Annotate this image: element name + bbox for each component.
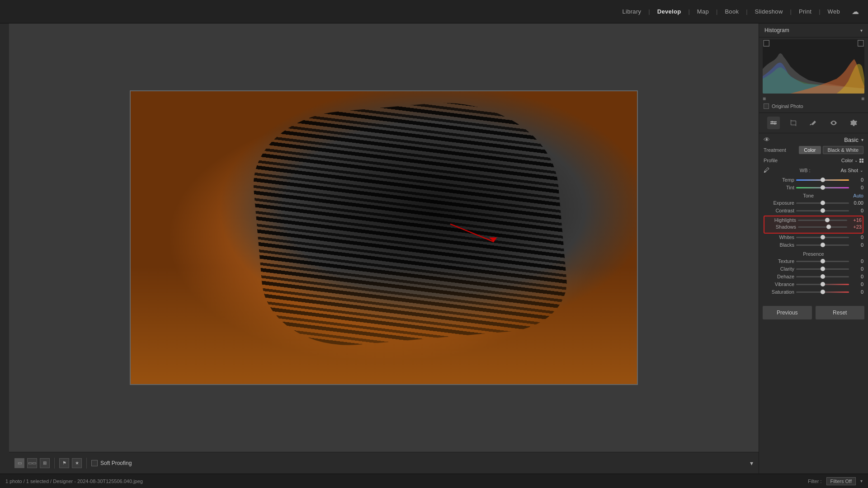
highlights-label: Highlights [765,217,796,223]
temp-slider-thumb[interactable] [821,178,825,182]
tint-slider-thumb[interactable] [821,185,825,190]
original-photo-checkbox[interactable] [764,103,769,109]
temp-label: Temp [764,177,794,183]
saturation-slider-track[interactable] [796,291,849,293]
nav-develop[interactable]: Develop [653,5,686,18]
section-eye-icon[interactable]: 👁 [764,136,770,143]
filter-dropdown-icon[interactable]: ▾ [860,479,863,483]
contrast-slider-row: Contrast 0 [764,208,863,213]
exposure-slider-row: Exposure 0.00 [764,200,863,206]
tool-basic[interactable] [767,117,780,129]
toolbar-view-survey[interactable]: ⊞ [40,458,50,468]
clarity-slider-row: Clarity 0 [764,266,863,272]
texture-slider-track[interactable] [796,261,849,262]
nav-book[interactable]: Book [720,5,743,18]
profile-value-group[interactable]: Color ⌄ [841,158,863,163]
dehaze-slider-track[interactable] [796,276,849,277]
treatment-buttons: Color Black & White [799,146,863,154]
presence-header: Presence [764,251,863,257]
shadows-slider-row: Shadows +23 [765,224,862,230]
whites-slider-track[interactable] [796,237,849,238]
exposure-slider-thumb[interactable] [821,201,825,205]
toolbar-view-compare[interactable]: ▭▭ [27,458,37,468]
filter-label: Filter : [808,479,822,484]
nav-print[interactable]: Print [794,5,816,18]
tool-eye[interactable] [827,117,840,129]
toolbar-expand[interactable]: ▾ [750,460,753,467]
histogram-markers: ◼ ◼ [759,95,868,102]
center-area: ▭ ▭▭ ⊞ ⚑ ★ Soft Proofing ▾ [9,23,759,474]
blacks-slider-track[interactable] [796,244,849,246]
vibrance-slider-thumb[interactable] [821,282,825,286]
nav-web[interactable]: Web [823,5,844,18]
texture-slider-thumb[interactable] [821,259,825,263]
treatment-label: Treatment [764,147,786,153]
previous-button[interactable]: Previous [763,306,812,319]
filter-value[interactable]: Filters Off [826,477,856,485]
status-right: Filter : Filters Off ▾ [808,477,863,485]
nav-slideshow[interactable]: Slideshow [750,5,788,18]
tone-label: Tone [764,193,853,198]
clarity-slider-thumb[interactable] [821,267,825,271]
tint-value: 0 [851,185,863,190]
status-bar: 1 photo / 1 selected / Designer - 2024-0… [0,474,868,488]
shadows-slider-track[interactable] [798,226,847,228]
nav-map[interactable]: Map [693,5,713,18]
shadows-value: +23 [849,224,862,230]
contrast-slider-track[interactable] [796,210,849,211]
soft-proofing-label: Soft Proofing [100,460,132,466]
toolbar-separator-1 [54,458,55,469]
highlights-slider-thumb[interactable] [825,218,830,222]
highlights-slider-track[interactable] [798,220,847,221]
saturation-slider-thumb[interactable] [821,290,825,294]
reset-button[interactable]: Reset [816,306,865,319]
wb-row: 🖊 WB : As Shot ⌄ [764,167,863,174]
contrast-value: 0 [851,208,863,213]
nav-library[interactable]: Library [618,5,646,18]
basic-section-title: Basic ▾ [844,136,863,143]
tool-crop[interactable] [787,117,800,129]
treatment-color-btn[interactable]: Color [799,146,821,154]
svg-marker-1 [489,238,497,242]
saturation-slider-row: Saturation 0 [764,289,863,295]
dehaze-slider-row: Dehaze 0 [764,274,863,279]
contrast-slider-thumb[interactable] [821,208,825,213]
blacks-slider-row: Blacks 0 [764,242,863,248]
basic-chevron[interactable]: ▾ [861,137,863,142]
cloud-icon: ☁ [852,7,859,16]
wb-value-group[interactable]: As Shot ⌄ [840,168,863,173]
clarity-slider-track[interactable] [796,268,849,270]
blacks-slider-thumb[interactable] [821,243,825,247]
flag-icon[interactable]: ⚑ [59,458,69,468]
temp-slider-track[interactable] [796,179,849,181]
tool-gear[interactable] [847,117,860,129]
soft-proofing-checkbox[interactable] [91,460,98,466]
left-panel [0,23,9,474]
whites-value: 0 [851,235,863,240]
dehaze-label: Dehaze [764,274,794,279]
photo-frame [130,90,638,385]
dehaze-slider-thumb[interactable] [821,274,825,279]
grid-icon[interactable] [859,159,863,163]
shadows-label: Shadows [765,224,796,230]
basic-panel: Treatment Color Black & White Profile Co… [759,146,868,300]
shadows-slider-thumb[interactable] [826,225,831,229]
toolbar-view-single[interactable]: ▭ [14,458,24,468]
wb-label: WB : [800,168,811,173]
histogram-title: Histogram [764,27,789,33]
treatment-bw-btn[interactable]: Black & White [823,146,863,154]
vibrance-slider-track[interactable] [796,284,849,285]
basic-label: Basic [844,136,859,143]
blacks-value: 0 [851,242,863,248]
whites-slider-thumb[interactable] [821,235,825,239]
soft-proofing-toggle[interactable]: Soft Proofing [91,460,132,466]
histogram-chevron: ▾ [860,28,863,33]
highlights-value: +16 [849,217,862,223]
eyedropper-icon[interactable]: 🖊 [764,167,769,174]
tool-brush[interactable] [807,117,820,129]
exposure-slider-track[interactable] [796,202,849,204]
vibrance-label: Vibrance [764,282,794,287]
tone-auto-btn[interactable]: Auto [853,193,863,198]
star-icon[interactable]: ★ [72,458,82,468]
tint-slider-track[interactable] [796,187,849,188]
